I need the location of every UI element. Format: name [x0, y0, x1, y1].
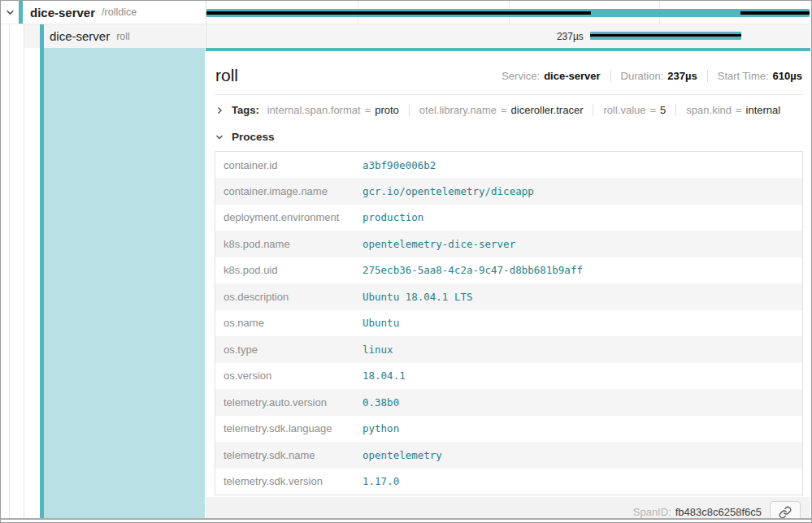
- tag-value: diceroller.tracer: [511, 104, 584, 116]
- tags-label: Tags:: [232, 104, 259, 116]
- tag-item: otel.library.name = diceroller.tracer: [409, 104, 584, 116]
- window-bottom-edge: [1, 518, 811, 520]
- selected-span-highlight: [44, 48, 205, 518]
- process-key: container.image.name: [215, 178, 357, 205]
- tag-key: internal.span.format: [267, 104, 361, 116]
- copy-link-button[interactable]: [770, 501, 801, 519]
- equals-sign: =: [650, 104, 657, 116]
- span-bar-roll[interactable]: [590, 32, 741, 40]
- operation-name: /rolldice: [102, 6, 137, 18]
- process-value: 0.38b0: [356, 389, 802, 416]
- service-value: dice-server: [544, 70, 600, 82]
- process-key: k8s.pod.name: [215, 231, 357, 257]
- table-row: os.descriptionUbuntu 18.04.1 LTS: [215, 283, 803, 310]
- process-value: opentelemetry-dice-server: [356, 231, 802, 257]
- duration-value: 237µs: [667, 70, 697, 82]
- span-row-rolldice[interactable]: dice-server /rolldice: [1, 1, 205, 24]
- process-key: k8s.pod.uid: [215, 257, 357, 284]
- separator: [707, 70, 708, 82]
- tag-key: otel.library.name: [419, 104, 497, 116]
- table-row: os.nameUbuntu: [215, 310, 803, 337]
- span-bar-rolldice[interactable]: [206, 9, 810, 17]
- tag-item: internal.span.format = proto: [267, 104, 399, 116]
- table-row: os.typelinux: [215, 336, 803, 363]
- process-value: Ubuntu 18.04.1 LTS: [356, 283, 802, 310]
- process-value: a3bf90e006b2: [356, 152, 802, 179]
- jaeger-span-detail-view: dice-server /rolldice dice-server roll 2…: [0, 0, 812, 523]
- tag-value: proto: [375, 104, 399, 116]
- process-key: telemetry.sdk.language: [215, 416, 357, 443]
- table-row: telemetry.sdk.version1.17.0: [215, 469, 803, 495]
- process-key: os.type: [215, 336, 357, 363]
- equals-sign: =: [736, 104, 742, 116]
- tag-item: roll.value = 5: [593, 104, 666, 116]
- table-row: os.version18.04.1: [215, 363, 803, 390]
- process-key: os.description: [215, 283, 357, 310]
- equals-sign: =: [365, 104, 371, 116]
- chevron-down-icon: [215, 132, 224, 142]
- tag-key: span.kind: [686, 104, 732, 116]
- link-icon: [779, 506, 792, 519]
- process-value: gcr.io/opentelemetry/diceapp: [356, 178, 802, 205]
- spanid-value: fb483c8c6258f6c5: [675, 506, 762, 518]
- process-key: telemetry.auto.version: [215, 389, 357, 416]
- span-detail-panel: roll Service: dice-server Duration: 237µ…: [206, 48, 810, 518]
- process-value: python: [356, 416, 802, 443]
- chevron-right-icon: [215, 106, 224, 115]
- service-name: dice-server: [50, 29, 110, 43]
- span-duration-label: 237µs: [557, 24, 584, 48]
- table-row: container.image.namegcr.io/opentelemetry…: [215, 178, 803, 205]
- process-value: 1.17.0: [356, 469, 802, 495]
- process-label: Process: [232, 131, 275, 143]
- start-time-value: 610µs: [773, 70, 802, 82]
- indent-guide: [9, 24, 10, 518]
- process-key: os.version: [215, 363, 357, 390]
- process-value: Ubuntu: [356, 310, 802, 337]
- span-detail-header: roll Service: dice-server Duration: 237µ…: [206, 51, 810, 94]
- process-key: telemetry.sdk.version: [215, 469, 357, 495]
- table-row: deployment.environmentproduction: [215, 205, 803, 231]
- chevron-down-icon[interactable]: [1, 7, 19, 18]
- critical-path-segment: [740, 11, 810, 15]
- process-key: deployment.environment: [215, 205, 357, 231]
- service-color-bar: [40, 24, 44, 48]
- process-value: opentelemetry: [356, 442, 802, 469]
- critical-path-segment: [206, 11, 591, 15]
- table-row: telemetry.sdk.languagepython: [215, 416, 803, 443]
- span-detail-footer: SpanID: fb483c8c6258f6c5: [206, 497, 810, 519]
- start-time-label: Start Time:: [718, 70, 769, 82]
- service-name: dice-server: [30, 6, 95, 19]
- indent-guide: [24, 24, 24, 518]
- operation-name: roll: [116, 31, 130, 42]
- process-key: container.id: [215, 152, 357, 179]
- process-value: 18.04.1: [356, 363, 802, 390]
- table-row: container.ida3bf90e006b2: [215, 152, 803, 179]
- table-row: k8s.pod.uid275ecb36-5aa8-4c2a-9c47-d8bb6…: [215, 257, 803, 284]
- span-row-roll[interactable]: dice-server roll: [1, 24, 205, 48]
- equals-sign: =: [501, 104, 507, 116]
- tag-value: 5: [660, 104, 666, 116]
- process-value: linux: [356, 336, 802, 363]
- duration-label: Duration:: [621, 70, 664, 82]
- tag-item: span.kind = internal: [675, 104, 780, 116]
- process-value: 275ecb36-5aa8-4c2a-9c47-d8bb681b9aff: [356, 257, 802, 284]
- span-summary: Service: dice-server Duration: 237µs Sta…: [502, 70, 802, 82]
- tag-key: roll.value: [603, 104, 645, 116]
- process-accordion-header[interactable]: Process: [206, 120, 810, 149]
- tag-value: internal: [746, 104, 781, 116]
- table-row: telemetry.sdk.nameopentelemetry: [215, 442, 803, 469]
- span-operation-title: roll: [215, 66, 238, 85]
- trace-timeline: 237µs: [206, 1, 810, 48]
- critical-path-segment: [590, 34, 741, 37]
- service-color-bar: [19, 1, 23, 24]
- service-label: Service:: [502, 70, 540, 82]
- spanid-label: SpanID:: [633, 506, 671, 518]
- process-value: production: [356, 205, 802, 231]
- table-row: telemetry.auto.version0.38b0: [215, 389, 803, 416]
- table-row: k8s.pod.nameopentelemetry-dice-server: [215, 231, 803, 257]
- process-key-value-table: container.ida3bf90e006b2 container.image…: [215, 151, 803, 495]
- separator: [610, 70, 611, 82]
- tags-accordion-header[interactable]: Tags: internal.span.format = proto otel.…: [206, 95, 810, 120]
- process-key: telemetry.sdk.name: [215, 442, 357, 469]
- process-key: os.name: [215, 310, 357, 337]
